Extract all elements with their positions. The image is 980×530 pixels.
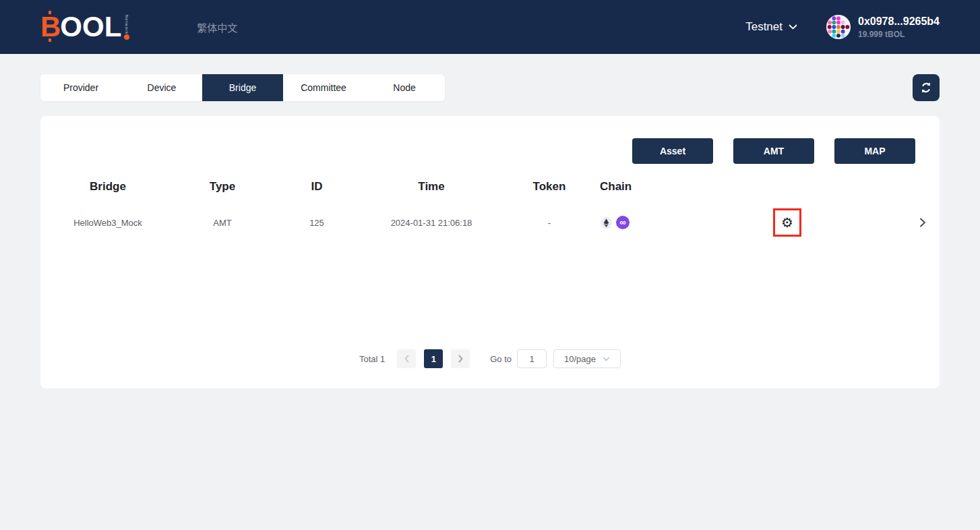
infinity-chain-icon: ∞	[616, 216, 630, 229]
identicon-avatar[interactable]	[826, 14, 851, 40]
cell-id: 125	[270, 218, 364, 228]
pagination-goto-label: Go to	[490, 354, 512, 364]
column-header-token: Token	[499, 180, 600, 194]
language-switcher[interactable]: 繁体中文	[197, 20, 237, 34]
page-size-value: 10/page	[564, 354, 596, 364]
refresh-button[interactable]	[913, 74, 940, 101]
column-header-bridge: Bridge	[40, 180, 175, 194]
settings-highlight-box[interactable]: ⚙	[773, 208, 801, 237]
chevron-down-icon	[789, 24, 797, 30]
bool-network-logo[interactable]: BOOL Network	[40, 13, 129, 41]
cell-bridge-name: HelloWeb3_Mock	[40, 218, 175, 228]
logo-text: OOL	[60, 13, 121, 41]
column-header-chain: Chain	[600, 180, 701, 194]
pagination-total: Total 1	[359, 354, 385, 364]
tab-committee[interactable]: Committee	[283, 74, 364, 101]
pagination-page-size-select[interactable]: 10/page	[553, 349, 621, 368]
tab-bridge[interactable]: Bridge	[202, 74, 283, 101]
row-detail-arrow[interactable]	[919, 217, 927, 228]
column-header-time: Time	[364, 180, 499, 194]
tab-provider[interactable]: Provider	[40, 74, 121, 101]
bridge-panel: Asset AMT MAP Bridge Type ID Time Token …	[40, 116, 940, 388]
asset-button[interactable]: Asset	[632, 138, 713, 164]
tab-row: Provider Device Bridge Committee Node	[40, 74, 940, 101]
network-selector[interactable]: Testnet	[745, 20, 797, 34]
cell-type: AMT	[175, 218, 270, 228]
cell-token: -	[499, 218, 600, 228]
logo-dot	[124, 34, 129, 40]
table-row[interactable]: HelloWeb3_Mock AMT 125 2024-01-31 21:06:…	[40, 208, 940, 237]
topbar-right: Testnet 0x0978...9265b4 19.999 tBOL	[745, 14, 940, 40]
logo-network-vertical-text: Network	[125, 15, 129, 34]
top-navbar: BOOL Network 繁体中文 Testnet 0x0978...9265b…	[0, 0, 980, 54]
wallet-address: 0x0978...9265b4	[858, 16, 940, 28]
pagination-goto-input[interactable]	[517, 349, 547, 368]
chevron-right-icon	[919, 217, 927, 228]
network-label: Testnet	[745, 20, 783, 34]
pagination-page-1[interactable]: 1	[424, 349, 443, 368]
pagination-prev-button[interactable]	[397, 349, 416, 368]
pagination-next-button[interactable]	[451, 349, 470, 368]
tab-bar: Provider Device Bridge Committee Node	[40, 74, 445, 101]
map-button[interactable]: MAP	[834, 138, 915, 164]
gear-icon[interactable]: ⚙	[781, 216, 793, 229]
column-header-id: ID	[270, 180, 364, 194]
wallet-balance: 19.999 tBOL	[858, 30, 940, 39]
cell-time: 2024-01-31 21:06:18	[364, 218, 499, 228]
logo-bitcoin-b: B	[40, 13, 60, 41]
cell-chains: ∞	[600, 216, 701, 229]
refresh-icon	[919, 81, 933, 94]
pagination: Total 1 1 Go to 10/page	[40, 349, 940, 368]
account-info[interactable]: 0x0978...9265b4 19.999 tBOL	[858, 16, 940, 39]
tab-node[interactable]: Node	[364, 74, 445, 101]
ethereum-icon	[600, 216, 613, 229]
column-header-type: Type	[175, 180, 270, 194]
bridge-actions: Asset AMT MAP	[40, 116, 940, 164]
table-header-row: Bridge Type ID Time Token Chain	[40, 180, 940, 194]
chevron-left-icon	[404, 355, 410, 363]
tab-device[interactable]: Device	[121, 74, 202, 101]
logo-tail: Network	[124, 13, 129, 41]
chevron-down-icon	[603, 357, 610, 361]
amt-button[interactable]: AMT	[733, 138, 814, 164]
chevron-right-icon	[458, 355, 464, 363]
